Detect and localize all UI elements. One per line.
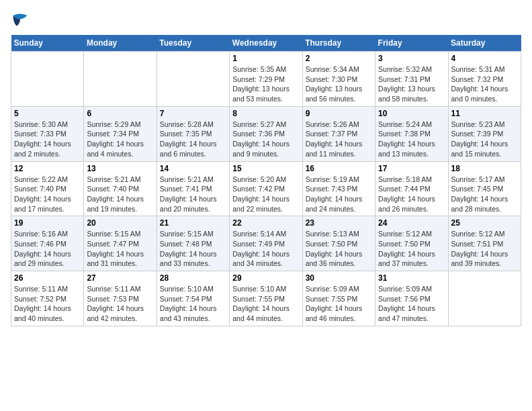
calendar-cell: 24Sunrise: 5:12 AM Sunset: 7:50 PM Dayli… bbox=[375, 216, 448, 271]
calendar-cell bbox=[157, 52, 229, 107]
calendar-cell: 27Sunrise: 5:11 AM Sunset: 7:53 PM Dayli… bbox=[84, 271, 157, 326]
calendar-cell: 29Sunrise: 5:10 AM Sunset: 7:55 PM Dayli… bbox=[230, 271, 302, 326]
day-info: Sunrise: 5:09 AM Sunset: 7:55 PM Dayligh… bbox=[306, 284, 372, 324]
day-info: Sunrise: 5:10 AM Sunset: 7:55 PM Dayligh… bbox=[232, 284, 299, 324]
calendar-cell: 28Sunrise: 5:10 AM Sunset: 7:54 PM Dayli… bbox=[157, 271, 229, 326]
calendar-week-1: 1Sunrise: 5:35 AM Sunset: 7:29 PM Daylig… bbox=[11, 52, 521, 107]
calendar-cell bbox=[84, 52, 157, 107]
day-number: 15 bbox=[232, 164, 299, 173]
calendar-cell: 25Sunrise: 5:12 AM Sunset: 7:51 PM Dayli… bbox=[448, 216, 521, 271]
day-info: Sunrise: 5:29 AM Sunset: 7:34 PM Dayligh… bbox=[87, 120, 153, 159]
day-number: 29 bbox=[232, 273, 299, 283]
header bbox=[11, 11, 521, 30]
day-info: Sunrise: 5:12 AM Sunset: 7:50 PM Dayligh… bbox=[378, 229, 445, 269]
day-number: 4 bbox=[451, 54, 518, 63]
calendar-cell: 2Sunrise: 5:34 AM Sunset: 7:30 PM Daylig… bbox=[302, 52, 375, 107]
calendar-cell: 12Sunrise: 5:22 AM Sunset: 7:40 PM Dayli… bbox=[11, 161, 84, 216]
day-info: Sunrise: 5:14 AM Sunset: 7:49 PM Dayligh… bbox=[232, 229, 299, 269]
weekday-header-saturday: Saturday bbox=[448, 35, 521, 52]
day-number: 27 bbox=[87, 273, 153, 283]
day-number: 14 bbox=[160, 164, 226, 173]
calendar-week-4: 19Sunrise: 5:16 AM Sunset: 7:46 PM Dayli… bbox=[11, 216, 521, 271]
calendar-cell: 21Sunrise: 5:15 AM Sunset: 7:48 PM Dayli… bbox=[157, 216, 229, 271]
calendar-cell: 5Sunrise: 5:30 AM Sunset: 7:33 PM Daylig… bbox=[11, 106, 84, 161]
logo-icon bbox=[11, 11, 30, 30]
day-info: Sunrise: 5:23 AM Sunset: 7:39 PM Dayligh… bbox=[451, 120, 518, 159]
calendar-cell: 10Sunrise: 5:24 AM Sunset: 7:38 PM Dayli… bbox=[375, 106, 448, 161]
calendar-week-3: 12Sunrise: 5:22 AM Sunset: 7:40 PM Dayli… bbox=[11, 161, 521, 216]
calendar-cell bbox=[448, 271, 521, 326]
day-number: 17 bbox=[378, 164, 445, 173]
day-info: Sunrise: 5:11 AM Sunset: 7:53 PM Dayligh… bbox=[87, 284, 153, 324]
day-info: Sunrise: 5:22 AM Sunset: 7:40 PM Dayligh… bbox=[14, 175, 81, 214]
day-info: Sunrise: 5:34 AM Sunset: 7:30 PM Dayligh… bbox=[306, 64, 372, 104]
weekday-header-tuesday: Tuesday bbox=[157, 35, 229, 52]
day-number: 12 bbox=[14, 164, 81, 173]
calendar-week-2: 5Sunrise: 5:30 AM Sunset: 7:33 PM Daylig… bbox=[11, 106, 521, 161]
calendar-cell: 23Sunrise: 5:13 AM Sunset: 7:50 PM Dayli… bbox=[302, 216, 375, 271]
weekday-header-sunday: Sunday bbox=[11, 35, 84, 52]
logo bbox=[11, 11, 32, 30]
calendar-week-5: 26Sunrise: 5:11 AM Sunset: 7:52 PM Dayli… bbox=[11, 271, 521, 326]
day-info: Sunrise: 5:19 AM Sunset: 7:43 PM Dayligh… bbox=[306, 175, 372, 214]
day-number: 22 bbox=[232, 218, 299, 228]
day-number: 13 bbox=[87, 164, 153, 173]
day-number: 1 bbox=[232, 54, 299, 63]
day-info: Sunrise: 5:13 AM Sunset: 7:50 PM Dayligh… bbox=[306, 229, 372, 269]
day-info: Sunrise: 5:11 AM Sunset: 7:52 PM Dayligh… bbox=[14, 284, 81, 324]
day-info: Sunrise: 5:24 AM Sunset: 7:38 PM Dayligh… bbox=[378, 120, 445, 159]
day-info: Sunrise: 5:21 AM Sunset: 7:40 PM Dayligh… bbox=[87, 175, 153, 214]
weekday-header-thursday: Thursday bbox=[302, 35, 375, 52]
day-info: Sunrise: 5:10 AM Sunset: 7:54 PM Dayligh… bbox=[160, 284, 226, 324]
calendar-cell: 31Sunrise: 5:09 AM Sunset: 7:56 PM Dayli… bbox=[375, 271, 448, 326]
calendar-cell bbox=[11, 52, 84, 107]
day-number: 19 bbox=[14, 218, 81, 228]
calendar-cell: 30Sunrise: 5:09 AM Sunset: 7:55 PM Dayli… bbox=[302, 271, 375, 326]
day-number: 20 bbox=[87, 218, 153, 228]
day-info: Sunrise: 5:17 AM Sunset: 7:45 PM Dayligh… bbox=[451, 175, 518, 214]
day-info: Sunrise: 5:20 AM Sunset: 7:42 PM Dayligh… bbox=[232, 175, 299, 214]
calendar-cell: 11Sunrise: 5:23 AM Sunset: 7:39 PM Dayli… bbox=[448, 106, 521, 161]
day-number: 7 bbox=[160, 109, 226, 118]
calendar-cell: 13Sunrise: 5:21 AM Sunset: 7:40 PM Dayli… bbox=[84, 161, 157, 216]
day-number: 2 bbox=[306, 54, 372, 63]
day-info: Sunrise: 5:30 AM Sunset: 7:33 PM Dayligh… bbox=[14, 120, 81, 159]
day-number: 23 bbox=[306, 218, 372, 228]
day-number: 18 bbox=[451, 164, 518, 173]
calendar-cell: 16Sunrise: 5:19 AM Sunset: 7:43 PM Dayli… bbox=[302, 161, 375, 216]
calendar-cell: 7Sunrise: 5:28 AM Sunset: 7:35 PM Daylig… bbox=[157, 106, 229, 161]
calendar-cell: 15Sunrise: 5:20 AM Sunset: 7:42 PM Dayli… bbox=[230, 161, 302, 216]
day-number: 30 bbox=[306, 273, 372, 283]
day-number: 5 bbox=[14, 109, 81, 118]
calendar-cell: 4Sunrise: 5:31 AM Sunset: 7:32 PM Daylig… bbox=[448, 52, 521, 107]
day-number: 9 bbox=[306, 109, 372, 118]
calendar-table: SundayMondayTuesdayWednesdayThursdayFrid… bbox=[11, 35, 521, 326]
day-info: Sunrise: 5:12 AM Sunset: 7:51 PM Dayligh… bbox=[451, 229, 518, 269]
day-number: 10 bbox=[378, 109, 445, 118]
calendar-cell: 22Sunrise: 5:14 AM Sunset: 7:49 PM Dayli… bbox=[230, 216, 302, 271]
day-number: 31 bbox=[378, 273, 445, 283]
day-number: 3 bbox=[378, 54, 445, 63]
day-info: Sunrise: 5:18 AM Sunset: 7:44 PM Dayligh… bbox=[378, 175, 445, 214]
day-number: 28 bbox=[160, 273, 226, 283]
weekday-header-wednesday: Wednesday bbox=[230, 35, 302, 52]
day-number: 8 bbox=[232, 109, 299, 118]
calendar-cell: 19Sunrise: 5:16 AM Sunset: 7:46 PM Dayli… bbox=[11, 216, 84, 271]
day-info: Sunrise: 5:35 AM Sunset: 7:29 PM Dayligh… bbox=[232, 64, 299, 104]
calendar-cell: 9Sunrise: 5:26 AM Sunset: 7:37 PM Daylig… bbox=[302, 106, 375, 161]
day-info: Sunrise: 5:15 AM Sunset: 7:47 PM Dayligh… bbox=[87, 229, 153, 269]
day-number: 25 bbox=[451, 218, 518, 228]
calendar-cell: 18Sunrise: 5:17 AM Sunset: 7:45 PM Dayli… bbox=[448, 161, 521, 216]
calendar-cell: 3Sunrise: 5:32 AM Sunset: 7:31 PM Daylig… bbox=[375, 52, 448, 107]
svg-rect-0 bbox=[11, 11, 30, 30]
day-info: Sunrise: 5:09 AM Sunset: 7:56 PM Dayligh… bbox=[378, 284, 445, 324]
calendar-cell: 26Sunrise: 5:11 AM Sunset: 7:52 PM Dayli… bbox=[11, 271, 84, 326]
day-number: 24 bbox=[378, 218, 445, 228]
day-number: 26 bbox=[14, 273, 81, 283]
day-info: Sunrise: 5:32 AM Sunset: 7:31 PM Dayligh… bbox=[378, 64, 445, 104]
day-info: Sunrise: 5:27 AM Sunset: 7:36 PM Dayligh… bbox=[232, 120, 299, 159]
weekday-header-monday: Monday bbox=[84, 35, 157, 52]
calendar-cell: 6Sunrise: 5:29 AM Sunset: 7:34 PM Daylig… bbox=[84, 106, 157, 161]
day-number: 11 bbox=[451, 109, 518, 118]
day-info: Sunrise: 5:31 AM Sunset: 7:32 PM Dayligh… bbox=[451, 64, 518, 104]
